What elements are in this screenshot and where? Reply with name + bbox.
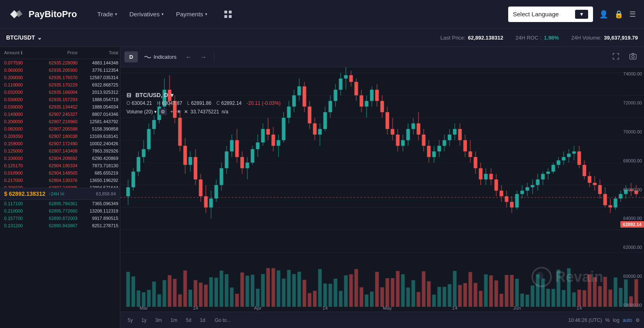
last-price-item: Last Price: 62,892.138312 bbox=[440, 35, 503, 41]
nav-payments-arrow: ▾ bbox=[205, 12, 207, 16]
ohlc-change: -20.11 (-0.03%) bbox=[247, 100, 281, 106]
price-up-arrow: ↑24H H: bbox=[49, 191, 65, 196]
table-row[interactable]: 0.032000 62935.166004 2013.925312 bbox=[0, 89, 120, 96]
pair-text: BTC/USDT bbox=[6, 34, 35, 41]
row-amount: 0.125000 bbox=[4, 148, 37, 153]
row-price: 62904.208692 bbox=[37, 156, 77, 161]
current-price-line-label: 62892.14 bbox=[620, 221, 644, 228]
chart-expand-button[interactable] bbox=[609, 51, 623, 63]
volume-value: 39,637,919.79 bbox=[604, 35, 638, 41]
nav-derivatives-label: Derivatives bbox=[129, 11, 159, 18]
row-amount: 0.125170 bbox=[4, 163, 37, 168]
indicators-button[interactable]: Indicators bbox=[141, 51, 179, 62]
volume-eye-icon[interactable]: 👁 bbox=[177, 109, 181, 115]
tf-1y[interactable]: 1y bbox=[138, 316, 150, 325]
row-total: 12581.443792 bbox=[77, 119, 118, 124]
table-row[interactable]: 0.140000 62907.245327 8807.014346 bbox=[0, 111, 120, 118]
ticker-bar: BTC/USDT ⌄ Last Price: 62,892.138312 24H… bbox=[0, 29, 644, 47]
chart-screenshot-button[interactable] bbox=[626, 51, 640, 63]
svg-rect-3 bbox=[229, 15, 232, 18]
row-amount: 0.159000 bbox=[4, 141, 37, 146]
table-row[interactable]: 0.206600 62897.249005 12994.571644 bbox=[0, 184, 120, 188]
row-price: 62935.166004 bbox=[37, 90, 77, 95]
table-row[interactable]: 0.030000 62935.157293 1888.054719 bbox=[0, 96, 120, 103]
volume-close-icon[interactable]: ✕ bbox=[184, 109, 188, 115]
row-amount: 0.010900 bbox=[4, 171, 37, 175]
nav-derivatives-arrow: ▾ bbox=[162, 12, 164, 16]
chart-auto-btn[interactable]: auto bbox=[623, 317, 632, 323]
table-row[interactable]: 0.100000 62904.208692 6290.420869 bbox=[0, 155, 120, 162]
table-row[interactable]: 0.030000 62935.134452 1888.054034 bbox=[0, 103, 120, 111]
row-amount: 0.217000 bbox=[4, 178, 37, 183]
row-amount: 0.131200 bbox=[4, 223, 37, 228]
chart-time-display: 10:46:26 (UTC) bbox=[568, 317, 602, 323]
trading-pair[interactable]: BTC/USDT ⌄ bbox=[6, 34, 42, 41]
svg-point-5 bbox=[632, 55, 634, 58]
volume-settings-icon[interactable]: ⚙ bbox=[159, 109, 167, 115]
lock-icon[interactable]: 🔒 bbox=[614, 10, 623, 19]
goto-button[interactable]: Go to... bbox=[210, 316, 235, 325]
row-amount: 0.082000 bbox=[4, 126, 37, 131]
period-d-button[interactable]: D bbox=[124, 51, 138, 62]
ohlc-low: L 62891.86 bbox=[187, 100, 212, 106]
row-amount: 0.157700 bbox=[4, 216, 37, 221]
tf-5d[interactable]: 5d bbox=[183, 316, 195, 325]
row-amount: 0.060000 bbox=[4, 68, 37, 73]
ohlc-symbol: ⊟ BTC/USD, D ▾ bbox=[126, 92, 281, 98]
row-total: 10002.240426 bbox=[77, 141, 118, 146]
table-row[interactable]: 0.110000 62935.170229 6922.868725 bbox=[0, 81, 120, 89]
row-price: 62935.157293 bbox=[37, 97, 77, 102]
nav-derivatives[interactable]: Derivatives ▾ bbox=[129, 11, 164, 18]
chart-bottom-bar: 5y 1y 3m 1m 5d 1d Go to... 10:46:26 (UTC… bbox=[120, 312, 644, 328]
row-price: 62935.170229 bbox=[37, 82, 77, 87]
table-row[interactable]: 0.117100 62895.784361 7365.096349 bbox=[0, 200, 120, 207]
table-row[interactable]: 0.060000 62935.205900 3776.112354 bbox=[0, 66, 120, 74]
last-price-label: Last Price: bbox=[440, 35, 465, 41]
chart-forward-button[interactable]: → bbox=[198, 52, 209, 62]
row-price: 62890.843867 bbox=[37, 223, 77, 228]
ohlc-values: O 63004.21 H 63047.87 L 62891.86 C 62892… bbox=[126, 100, 281, 106]
chart-back-button[interactable]: ← bbox=[183, 52, 195, 62]
user-icon[interactable]: 👤 bbox=[599, 10, 608, 19]
tf-3m[interactable]: 3m bbox=[152, 316, 165, 325]
order-book: Amount ℹ Price Total 0.077590 62935.2280… bbox=[0, 47, 120, 328]
svg-rect-1 bbox=[229, 11, 232, 13]
row-amount: 0.210000 bbox=[4, 208, 37, 213]
chart-log-btn[interactable]: log bbox=[613, 317, 620, 323]
ob-sell-rows: 0.077590 62935.228090 4883.144348 0.0600… bbox=[0, 59, 120, 188]
svg-rect-2 bbox=[224, 15, 227, 18]
table-row[interactable]: 0.131200 62890.843867 8251.278715 bbox=[0, 222, 120, 229]
indicators-icon bbox=[144, 55, 151, 60]
toolbar-divider bbox=[214, 52, 215, 62]
table-row[interactable]: 0.200000 62907.218960 12581.443792 bbox=[0, 118, 120, 125]
table-row[interactable]: 0.200000 62935.176570 12587.035314 bbox=[0, 74, 120, 81]
nav-trade-arrow: ▾ bbox=[115, 12, 117, 16]
menu-icon[interactable]: ☰ bbox=[629, 10, 636, 19]
grid-icon[interactable] bbox=[224, 10, 232, 19]
chart-percent-btn[interactable]: % bbox=[605, 317, 610, 323]
table-row[interactable]: 0.010900 62904.148565 685.655219 bbox=[0, 169, 120, 177]
chart-settings-btn[interactable]: ⚙ bbox=[635, 317, 640, 323]
volume-add-icon[interactable]: ＋ bbox=[169, 108, 174, 115]
row-price: 62904.195334 bbox=[37, 163, 77, 168]
row-price: 62935.228090 bbox=[37, 60, 77, 65]
table-row[interactable]: 0.125000 62907.143408 7863.392926 bbox=[0, 147, 120, 155]
row-price: 62907.180038 bbox=[37, 134, 77, 139]
row-price: 62935.176570 bbox=[37, 75, 77, 80]
nav-trade[interactable]: Trade ▾ bbox=[97, 11, 117, 18]
nav-payments[interactable]: Payments ▾ bbox=[176, 11, 207, 18]
table-row[interactable]: 0.157700 62890.872003 9917.890515 bbox=[0, 215, 120, 222]
table-row[interactable]: 0.159000 62907.172490 10002.240426 bbox=[0, 140, 120, 147]
table-row[interactable]: 0.082000 62907.205588 5158.390858 bbox=[0, 125, 120, 133]
tf-1m[interactable]: 1m bbox=[167, 316, 181, 325]
language-selector[interactable]: Select Language ▼ bbox=[508, 7, 593, 22]
table-row[interactable]: 0.077590 62935.228090 4883.144348 bbox=[0, 59, 120, 66]
table-row[interactable]: 0.125170 62904.195334 7873.718130 bbox=[0, 162, 120, 169]
logo-text: PayBitoPro bbox=[29, 9, 77, 20]
ohlc-open: O 63004.21 bbox=[126, 100, 152, 106]
tf-5y[interactable]: 5y bbox=[124, 316, 136, 325]
tf-1d[interactable]: 1d bbox=[197, 316, 208, 325]
table-row[interactable]: 0.217000 62904.130376 13650.196292 bbox=[0, 177, 120, 184]
table-row[interactable]: 0.210000 62895.772660 13208.112319 bbox=[0, 207, 120, 215]
table-row[interactable]: 0.209350 62907.180038 13169.618141 bbox=[0, 133, 120, 140]
